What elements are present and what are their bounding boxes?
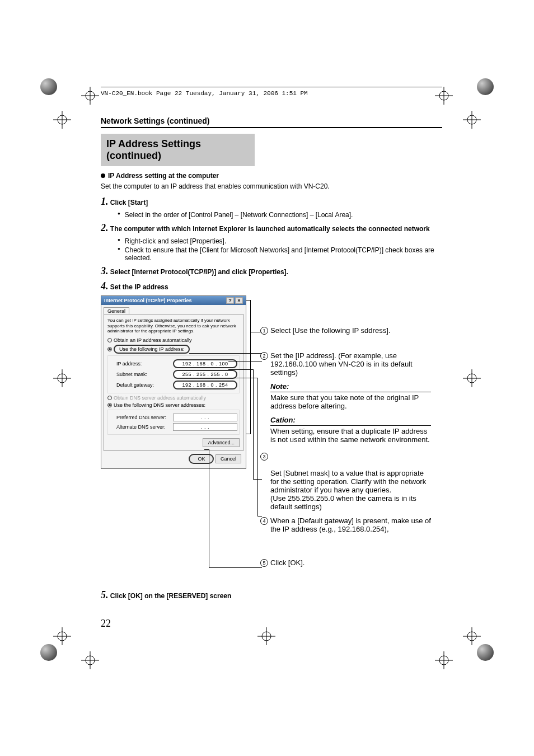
intro-text: Set the computer to an IP address that e… [101,182,442,190]
dialog-titlebar: Internet Protocol (TCP/IP) Properties ? … [101,296,246,305]
step-2-bullet-1: Right-click and select [Properties]. [101,237,442,245]
annot-1-text: Select [Use the following IP sddress]. [270,326,390,335]
annotations: 1 Select [Use the following IP sddress].… [260,295,431,572]
subnet-field: 255 . 255 . 255 . 0 [173,370,237,379]
pdns-label: Preferred DNS server: [116,415,166,420]
step-1-bullet: Select in the order of [Control Panel] –… [101,211,442,219]
dialog-intro: You can get IP settings assigned automat… [107,318,240,334]
radio-use-dns: Use the following DNS server addresses: [107,402,240,408]
radio-auto-ip: Obtain an IP address automatically [107,337,240,343]
leader-line [209,449,209,567]
annot-1: 1 Select [Use the following IP sddress]. [260,326,431,335]
sub-heading-text: IP Address setting at the computer [108,172,219,180]
bullet-dot-icon [101,173,105,178]
note-label: Note: [270,382,289,391]
step-title: Set the IP address [110,283,168,291]
ip-field: 192 . 168 . 0 . 100 [173,359,237,368]
gateway-field: 192 . 168 . 0 . 254 [173,381,237,389]
annot-3: 3 Set [Subnet mask] to a value that is a… [260,452,431,511]
leader-bracket [246,300,251,434]
page-number: 22 [101,618,442,630]
annot-caution: Cation: When setting, ensure that a dupl… [260,416,431,444]
leader-line [228,378,257,378]
callout-5-icon: 5 [260,559,268,567]
leader-line [253,369,254,479]
note-text: Make sure that you take note of the orig… [270,393,419,410]
pdns-field: . . . [173,414,237,421]
callout-2-icon: 2 [260,352,268,360]
crop-target-icon [81,87,99,105]
cancel-button: Cancel [216,454,241,463]
step-title: Select [Internet Protocol(TCP/IP)] and c… [110,268,288,276]
crop-target-icon [435,651,453,669]
crop-target-icon [463,111,481,129]
step-number: 3. [101,265,109,276]
step-1: 1. Click [Start] [101,196,442,208]
step-title: The computer with which Internet Explore… [110,225,430,233]
caution-label: Cation: [270,416,296,424]
callout-3-icon: 3 [260,453,268,461]
sub-heading: IP Address setting at the computer [101,172,442,180]
step-4: 4. Set the IP address [101,280,442,292]
adns-field: . . . [173,423,237,431]
step-title: Click [OK] on the [RESERVED] screen [110,592,232,600]
annot-2: 2 Set the [IP address]. (For example, us… [260,351,431,377]
crop-target-icon [81,651,99,669]
adns-label: Alternate DNS server: [116,424,166,430]
leader-line [209,567,262,568]
dialog-title-text: Internet Protocol (TCP/IP) Properties [104,298,192,303]
radio-auto-dns: Obtain DNS server address automatically [107,395,240,401]
print-mark [40,644,57,661]
crop-target-icon [53,627,71,645]
step-2: 2. The computer with which Internet Expl… [101,222,442,234]
annot-4: 4 When a [Default gateway] is present, m… [260,516,431,533]
print-mark [477,644,494,661]
caution-text: When setting, ensure that a duplicate IP… [270,427,430,444]
leader-line [189,353,262,354]
crop-target-icon [53,369,71,387]
section-title: Network Settings (continued) [101,116,442,128]
step-title: Click [Start] [110,199,148,206]
step-number: 4. [101,280,109,292]
crop-target-icon [463,369,481,387]
step-number: 1. [101,196,109,207]
annot-4-text: When a [Default gateway] is present, mak… [270,516,431,533]
ok-button: OK [189,454,214,464]
callout-4-icon: 4 [260,517,268,525]
callout-1-icon: 1 [260,327,268,335]
print-mark [477,78,494,95]
crop-target-icon [257,627,275,645]
step-number: 5. [101,589,109,600]
banner-title: IP Address Settings (continued) [101,134,255,166]
step-5: 5. Click [OK] on the [RESERVED] screen [101,589,442,601]
radio-use-ip: Use the following IP address: [107,345,240,354]
crop-target-icon [463,627,481,645]
subnet-label: Subnet mask: [116,372,147,377]
ip-label: IP address: [116,361,142,367]
advanced-button: Advanced... [203,438,240,447]
step-2-bullet-2: Check to ensure that the [Client for Mic… [101,246,442,262]
help-icon: ? [226,297,234,304]
annot-5-text: Click [OK]. [270,558,305,567]
leader-line [204,449,209,450]
leader-line [228,361,262,361]
dialog-screenshot: Internet Protocol (TCP/IP) Properties ? … [101,295,246,572]
annot-2-text: Set the [IP address]. (For example, use … [270,351,413,377]
leader-line [257,378,258,516]
annot-3-text: Set [Subnet mask] to a value that is app… [270,469,426,511]
annot-5: 5 Click [OK]. [260,558,431,567]
print-mark [40,78,57,95]
header-meta: VN-C20_EN.book Page 22 Tuesday, January … [101,87,442,97]
gateway-label: Default gateway: [116,382,154,388]
annot-note: Note: Make sure that you take note of th… [260,382,431,410]
close-icon: × [235,297,243,304]
step-3: 3. Select [Internet Protocol(TCP/IP)] an… [101,265,442,277]
crop-target-icon [53,111,71,129]
step-number: 2. [101,222,109,233]
